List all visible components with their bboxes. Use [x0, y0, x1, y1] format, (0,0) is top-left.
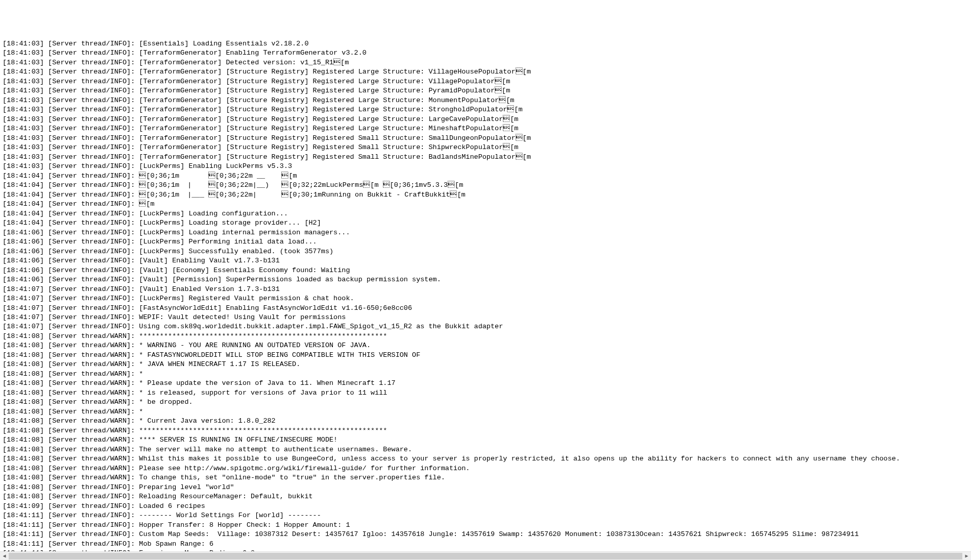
- log-thread: [Server thread/INFO]:: [44, 229, 135, 236]
- log-thread: [Server thread/INFO]:: [44, 512, 135, 519]
- log-line: [18:41:08] [Server thread/WARN]: *: [3, 370, 968, 379]
- log-timestamp: [18:41:06]: [3, 276, 44, 283]
- log-timestamp: [18:41:06]: [3, 229, 44, 236]
- log-message: [TerraformGenerator] [Structure Registry…: [135, 115, 518, 123]
- log-message: [TerraformGenerator] [Structure Registry…: [135, 106, 522, 113]
- log-line: [18:41:04] [Server thread/INFO]: [0;36;…: [3, 190, 968, 200]
- log-timestamp: [18:41:03]: [3, 78, 44, 85]
- log-message: Using com.sk89q.worldedit.bukkit.adapter…: [135, 323, 503, 330]
- log-thread: [Server thread/INFO]:: [44, 238, 135, 246]
- log-line: [18:41:03] [Server thread/INFO]: [Terraf…: [3, 134, 968, 143]
- log-timestamp: [18:41:07]: [3, 285, 44, 293]
- log-timestamp: [18:41:06]: [3, 248, 44, 255]
- log-message: [LuckPerms] Enabling LuckPerms v5.3.3: [135, 162, 292, 170]
- log-message: [LuckPerms] Successfully enabled. (took …: [135, 248, 333, 255]
- log-thread: [Server thread/INFO]:: [44, 295, 135, 302]
- log-line: [18:41:04] [Server thread/INFO]: [LuckPe…: [3, 209, 968, 218]
- log-message: [FastAsyncWorldEdit] Enabling FastAsyncW…: [135, 304, 412, 312]
- log-thread: [Server thread/INFO]:: [44, 162, 135, 170]
- log-line: [18:41:03] [Server thread/INFO]: [LuckPe…: [3, 162, 968, 171]
- log-thread: [Server thread/INFO]:: [44, 530, 135, 538]
- log-thread: [Server thread/INFO]:: [44, 219, 135, 227]
- scrollbar-thumb[interactable]: [9, 553, 962, 559]
- log-thread: [Server thread/INFO]:: [44, 304, 135, 312]
- log-timestamp: [18:41:04]: [3, 219, 44, 227]
- log-line: [18:41:08] [Server thread/WARN]: * Pleas…: [3, 379, 968, 388]
- log-line: [18:41:08] [Server thread/WARN]: *******…: [3, 332, 968, 341]
- log-message: [Vault] Enabling Vault v1.7.3-b131: [135, 257, 280, 264]
- log-thread: [Server thread/INFO]:: [44, 143, 135, 151]
- log-line: [18:41:06] [Server thread/INFO]: [LuckPe…: [3, 228, 968, 237]
- log-timestamp: [18:41:04]: [3, 191, 44, 199]
- log-thread: [Server thread/WARN]:: [44, 389, 135, 397]
- log-thread: [Server thread/INFO]:: [44, 285, 135, 293]
- log-line: [18:41:08] [Server thread/WARN]: * Curre…: [3, 417, 968, 426]
- log-thread: [Server thread/WARN]:: [44, 351, 135, 359]
- log-timestamp: [18:41:03]: [3, 143, 44, 151]
- log-line: [18:41:03] [Server thread/INFO]: [Terraf…: [3, 124, 968, 133]
- log-message: [Vault] [Economy] Essentials Economy fou…: [135, 266, 350, 274]
- log-thread: [Server thread/WARN]:: [44, 342, 135, 349]
- log-line: [18:41:08] [Server thread/WARN]: * JAVA …: [3, 360, 968, 369]
- log-message: [TerraformGenerator] [Structure Registry…: [135, 153, 531, 161]
- log-thread: [Server thread/INFO]:: [44, 191, 135, 199]
- log-timestamp: [18:41:11]: [3, 512, 44, 519]
- log-timestamp: [18:41:03]: [3, 49, 44, 57]
- log-thread: [Server thread/INFO]:: [44, 210, 135, 217]
- scroll-left-icon[interactable]: ◀: [0, 552, 9, 560]
- log-timestamp: [18:41:08]: [3, 427, 44, 434]
- log-timestamp: [18:41:08]: [3, 389, 44, 397]
- log-thread: [Server thread/INFO]:: [44, 40, 135, 47]
- log-message: * FASTASYNCWORLDEDIT WILL STOP BEING COM…: [135, 351, 420, 359]
- log-thread: [Server thread/INFO]:: [44, 59, 135, 66]
- log-message: [TerraformGenerator] [Structure Registry…: [135, 125, 518, 132]
- log-timestamp: [18:41:07]: [3, 304, 44, 312]
- log-line: [18:41:03] [Server thread/INFO]: [Terraf…: [3, 86, 968, 95]
- log-line: [18:41:03] [Server thread/INFO]: [Terraf…: [3, 77, 968, 86]
- log-thread: [Server thread/WARN]:: [44, 332, 135, 340]
- log-line: [18:41:04] [Server thread/INFO]: [m: [3, 200, 968, 209]
- log-line: [18:41:08] [Server thread/WARN]: * be dr…: [3, 398, 968, 407]
- scroll-right-icon[interactable]: ▶: [962, 552, 971, 560]
- log-message: * be dropped.: [135, 398, 192, 406]
- log-thread: [Server thread/INFO]:: [44, 248, 135, 255]
- log-line: [18:41:06] [Server thread/INFO]: [LuckPe…: [3, 247, 968, 256]
- log-thread: [Server thread/WARN]:: [44, 370, 135, 378]
- log-line: [18:41:08] [Server thread/INFO]: Reloadi…: [3, 492, 968, 501]
- log-thread: [Server thread/INFO]:: [44, 483, 135, 491]
- log-message: [TerraformGenerator] [Structure Registry…: [135, 68, 531, 76]
- log-line: [18:41:03] [Server thread/INFO]: [Terraf…: [3, 96, 968, 105]
- log-message: [LuckPerms] Performing initial data load…: [135, 238, 317, 246]
- log-message: [TerraformGenerator] [Structure Registry…: [135, 96, 514, 104]
- log-line: [18:41:04] [Server thread/INFO]: [0;36;…: [3, 181, 968, 190]
- log-line: [18:41:06] [Server thread/INFO]: [Vault]…: [3, 266, 968, 275]
- log-timestamp: [18:41:03]: [3, 40, 44, 47]
- log-thread: [Server thread/INFO]:: [44, 87, 135, 94]
- log-message: ****************************************…: [135, 427, 387, 434]
- log-line: [18:41:03] [Server thread/INFO]: [Terraf…: [3, 153, 968, 162]
- log-thread: [Server thread/WARN]:: [44, 436, 135, 444]
- log-line: [18:41:07] [Server thread/INFO]: Using c…: [3, 322, 968, 331]
- log-message: The server will make no attempt to authe…: [135, 446, 412, 453]
- log-message: * Please update the version of Java to 1…: [135, 379, 395, 387]
- log-timestamp: [18:41:11]: [3, 521, 44, 529]
- horizontal-scrollbar[interactable]: ◀ ▶: [0, 551, 971, 560]
- log-output[interactable]: [18:41:03] [Server thread/INFO]: [Essent…: [3, 39, 968, 560]
- log-timestamp: [18:41:03]: [3, 162, 44, 170]
- log-timestamp: [18:41:04]: [3, 200, 44, 208]
- log-thread: [Server thread/INFO]:: [44, 172, 135, 180]
- log-message: [TerraformGenerator] [Structure Registry…: [135, 78, 510, 85]
- log-timestamp: [18:41:09]: [3, 502, 44, 510]
- log-thread: [Server thread/INFO]:: [44, 125, 135, 132]
- log-timestamp: [18:41:07]: [3, 313, 44, 321]
- log-timestamp: [18:41:08]: [3, 417, 44, 425]
- log-thread: [Server thread/INFO]:: [44, 200, 135, 208]
- log-timestamp: [18:41:06]: [3, 238, 44, 246]
- log-thread: [Server thread/INFO]:: [44, 78, 135, 85]
- log-thread: [Server thread/WARN]:: [44, 455, 135, 462]
- log-line: [18:41:08] [Server thread/WARN]: Whilst …: [3, 454, 968, 464]
- log-message: * is released, support for versions of J…: [135, 389, 387, 397]
- log-line: [18:41:04] [Server thread/INFO]: [0;36;…: [3, 172, 968, 181]
- log-timestamp: [18:41:07]: [3, 323, 44, 330]
- log-thread: [Server thread/INFO]:: [44, 96, 135, 104]
